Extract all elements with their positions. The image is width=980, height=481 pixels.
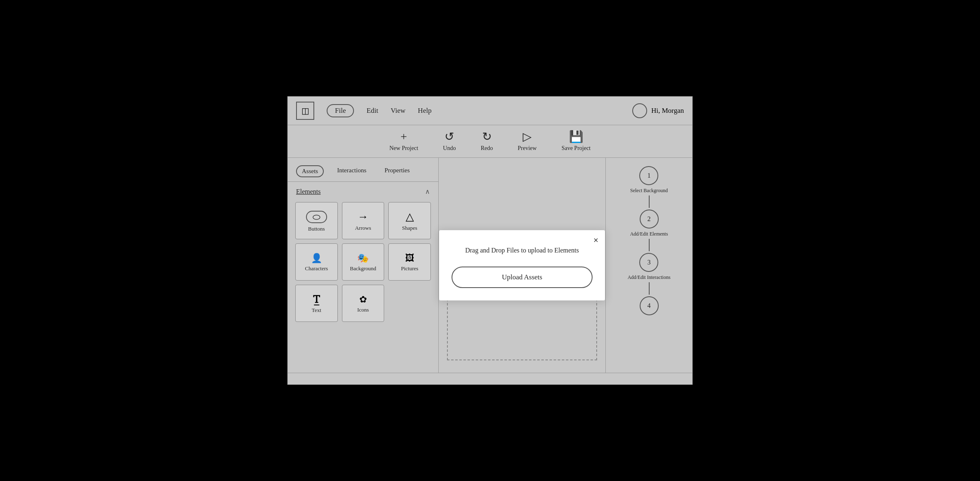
text-icon: T̲ <box>313 295 320 305</box>
step-connector-2-3 <box>649 239 650 251</box>
shapes-icon: △ <box>406 212 414 222</box>
modal-drag-text: Drag and Drop Files to upload to Element… <box>452 247 593 254</box>
shapes-label: Shapes <box>402 225 417 231</box>
text-label: Text <box>312 307 321 314</box>
step-2-circle: 2 <box>640 210 659 229</box>
redo-label: Redo <box>480 145 493 152</box>
step-4-circle: 4 <box>640 296 659 315</box>
element-icons[interactable]: ✿ Icons <box>342 285 385 322</box>
redo-icon: ↻ <box>482 131 492 143</box>
element-arrows[interactable]: → Arrows <box>342 202 385 239</box>
right-panel: 1 Select Background 2 Add/Edit Elements … <box>605 158 692 373</box>
section-header: Elements ∧ <box>288 182 438 200</box>
element-buttons[interactable]: ⬭ Buttons <box>295 202 338 239</box>
background-icon: 🎭 <box>357 254 368 263</box>
step-connector-3-4 <box>649 282 650 295</box>
toolbar: + New Project ↺ Undo ↻ Redo ▷ Preview 💾 … <box>288 125 692 158</box>
status-bar <box>288 373 692 384</box>
elements-grid: ⬭ Buttons → Arrows △ Shapes 👤 Characters <box>288 200 438 324</box>
section-toggle-icon[interactable]: ∧ <box>425 188 430 195</box>
app-container: ◫ File Edit View Help Hi, Morgan + New P… <box>287 96 693 385</box>
arrows-label: Arrows <box>355 225 371 231</box>
step-4: 4 <box>640 296 659 318</box>
preview-button[interactable]: ▷ Preview <box>518 131 537 152</box>
upload-assets-button[interactable]: Upload Assets <box>452 267 593 288</box>
icons-icon: ✿ <box>359 295 367 304</box>
element-shapes[interactable]: △ Shapes <box>388 202 431 239</box>
tab-assets[interactable]: Assets <box>296 165 324 177</box>
left-panel: Assets Interactions Properties Elements … <box>288 158 439 373</box>
buttons-icon: ⬭ <box>306 211 327 223</box>
preview-icon: ▷ <box>523 131 532 143</box>
logo: ◫ <box>296 102 314 120</box>
step-1-circle: 1 <box>639 166 658 185</box>
user-info: Hi, Morgan <box>632 103 684 118</box>
menu-file[interactable]: File <box>327 104 354 117</box>
menu-bar: ◫ File Edit View Help Hi, Morgan <box>288 97 692 125</box>
pictures-label: Pictures <box>401 265 418 272</box>
modal-overlay: × Drag and Drop Files to upload to Eleme… <box>439 158 605 373</box>
preview-label: Preview <box>518 145 537 152</box>
characters-label: Characters <box>305 265 328 272</box>
modal-close-button[interactable]: × <box>593 236 598 244</box>
new-project-label: New Project <box>390 145 418 152</box>
menu-view[interactable]: View <box>391 107 406 115</box>
save-project-button[interactable]: 💾 Save Project <box>562 131 590 152</box>
user-greeting: Hi, Morgan <box>651 107 684 115</box>
tab-bar: Assets Interactions Properties <box>288 158 438 182</box>
upload-modal: × Drag and Drop Files to upload to Eleme… <box>439 230 605 301</box>
step-1: 1 Select Background <box>630 166 668 194</box>
main-area: Assets Interactions Properties Elements … <box>288 158 692 373</box>
avatar <box>632 103 647 118</box>
step-2-label: Add/Edit Elements <box>630 231 668 237</box>
new-project-icon: + <box>401 131 407 143</box>
element-pictures[interactable]: 🖼 Pictures <box>388 243 431 281</box>
save-project-label: Save Project <box>562 145 590 152</box>
background-label: Background <box>350 265 376 272</box>
element-text[interactable]: T̲ Text <box>295 285 338 322</box>
tab-properties[interactable]: Properties <box>380 165 415 177</box>
menu-help[interactable]: Help <box>418 107 432 115</box>
tab-interactions[interactable]: Interactions <box>332 165 371 177</box>
undo-label: Undo <box>443 145 456 152</box>
step-3-circle: 3 <box>639 253 658 272</box>
buttons-label: Buttons <box>308 226 325 232</box>
new-project-button[interactable]: + New Project <box>390 131 418 152</box>
save-project-icon: 💾 <box>569 131 583 143</box>
step-3-label: Add/Edit Interactions <box>628 274 671 281</box>
undo-button[interactable]: ↺ Undo <box>443 131 456 152</box>
center-canvas: Edit Inside × Drag and Drop Files to upl… <box>439 158 605 373</box>
section-title: Elements <box>296 188 321 195</box>
pictures-icon: 🖼 <box>405 254 414 263</box>
logo-icon: ◫ <box>301 106 309 116</box>
icons-label: Icons <box>357 307 369 313</box>
step-3: 3 Add/Edit Interactions <box>628 253 671 281</box>
step-connector-1-2 <box>649 195 650 208</box>
menu-edit[interactable]: Edit <box>366 107 378 115</box>
undo-icon: ↺ <box>445 131 454 143</box>
characters-icon: 👤 <box>311 254 322 263</box>
step-2: 2 Add/Edit Elements <box>630 210 668 237</box>
redo-button[interactable]: ↻ Redo <box>480 131 493 152</box>
arrows-icon: → <box>358 212 368 222</box>
step-1-label: Select Background <box>630 188 668 194</box>
element-characters[interactable]: 👤 Characters <box>295 243 338 281</box>
element-background[interactable]: 🎭 Background <box>342 243 385 281</box>
